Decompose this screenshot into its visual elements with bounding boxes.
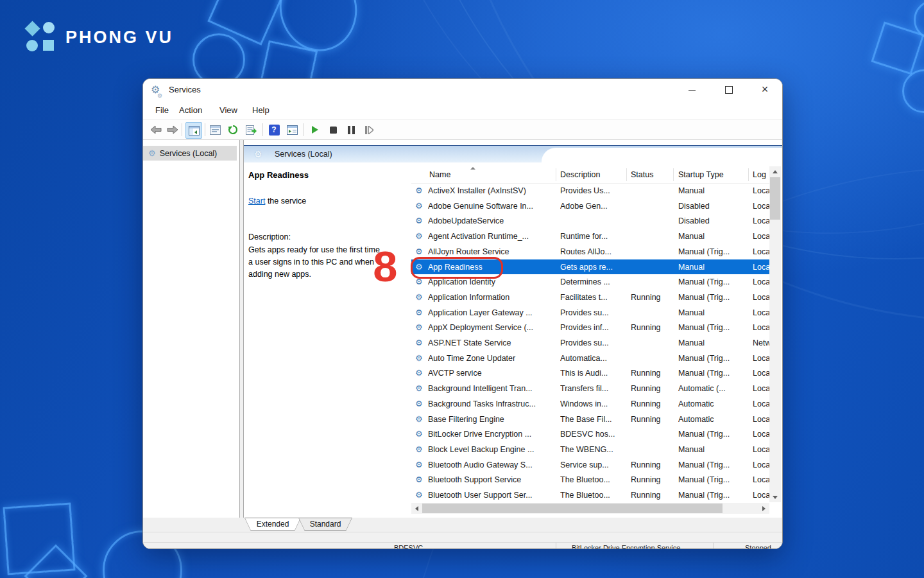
service-row[interactable]: ⚙AVCTP serviceThis is Audi...RunningManu… bbox=[411, 365, 769, 381]
export-list-button[interactable] bbox=[243, 122, 259, 137]
service-gear-icon: ⚙ bbox=[415, 475, 423, 484]
menu-help[interactable]: Help bbox=[250, 105, 272, 116]
cell-logon: Loca bbox=[753, 247, 769, 256]
cell-startup: Manual bbox=[678, 232, 746, 241]
service-row[interactable]: ⚙ASP.NET State ServiceProvides su...Manu… bbox=[411, 335, 769, 351]
cell-startup: Manual (Trig... bbox=[678, 277, 746, 286]
column-header-name[interactable]: Name bbox=[429, 170, 532, 179]
service-gear-icon: ⚙ bbox=[415, 338, 423, 347]
cell-description: The Bluetoo... bbox=[560, 491, 626, 500]
console-tree-icon bbox=[189, 126, 200, 136]
services-list: NameDescriptionStatusStartup TypeLog ⚙Ac… bbox=[411, 166, 769, 514]
tab-extended[interactable]: Extended bbox=[244, 518, 301, 531]
vertical-scroll-thumb[interactable] bbox=[770, 177, 780, 220]
help-button[interactable] bbox=[266, 122, 282, 137]
cell-logon: Loca bbox=[753, 232, 769, 241]
minimize-button[interactable] bbox=[677, 79, 706, 101]
cell-startup: Manual bbox=[678, 263, 746, 272]
properties-icon bbox=[210, 125, 221, 135]
menu-file[interactable]: File bbox=[153, 105, 171, 116]
cell-status: Running bbox=[631, 369, 672, 378]
service-row[interactable]: ⚙AppX Deployment Service (...Provides in… bbox=[411, 320, 769, 335]
cell-startup: Manual (Trig... bbox=[678, 430, 746, 439]
scroll-down-button[interactable] bbox=[769, 492, 781, 502]
menu-action[interactable]: Action bbox=[176, 105, 205, 116]
sort-ascending-icon bbox=[470, 167, 475, 170]
show-action-pane-button[interactable] bbox=[284, 122, 300, 137]
service-gear-icon: ⚙ bbox=[415, 216, 423, 225]
cell-startup: Manual (Trig... bbox=[678, 475, 746, 484]
tree-item-services-local[interactable]: ⚙ Services (Local) bbox=[143, 146, 237, 161]
forward-button[interactable] bbox=[165, 122, 180, 137]
cell-name: Bluetooth Support Service bbox=[428, 475, 554, 484]
cell-description: Windows in... bbox=[560, 399, 626, 408]
list-rows: ⚙ActiveX Installer (AxInstSV)Provides Us… bbox=[411, 183, 769, 503]
refresh-button[interactable] bbox=[225, 122, 241, 137]
cell-logon: Loca bbox=[753, 216, 769, 225]
start-service-link[interactable]: Start bbox=[248, 197, 265, 206]
service-row[interactable]: ⚙Background Tasks Infrastruc...Windows i… bbox=[411, 396, 769, 412]
service-gear-icon: ⚙ bbox=[415, 399, 423, 408]
cell-startup: Manual bbox=[678, 308, 746, 317]
cell-startup: Manual (Trig... bbox=[678, 247, 746, 256]
service-row[interactable]: ⚙Adobe Genuine Software In...Adobe Gen..… bbox=[411, 198, 769, 214]
scroll-left-button[interactable] bbox=[411, 503, 422, 514]
column-header-description[interactable]: Description bbox=[560, 170, 624, 179]
scroll-up-button[interactable] bbox=[769, 166, 781, 177]
column-header-log[interactable]: Log bbox=[753, 170, 769, 179]
service-row[interactable]: ⚙Application Layer Gateway ...Provides s… bbox=[411, 305, 769, 320]
service-row[interactable]: ⚙AdobeUpdateServiceDisabledLoca bbox=[411, 213, 769, 229]
cell-logon: Loca bbox=[753, 475, 769, 484]
start-service-button[interactable] bbox=[307, 122, 323, 137]
service-row[interactable]: ⚙Background Intelligent Tran...Transfers… bbox=[411, 381, 769, 396]
service-row[interactable]: ⚙Application InformationFacilitates t...… bbox=[411, 290, 769, 305]
annotation-step-number: 8 bbox=[373, 245, 397, 288]
maximize-button[interactable] bbox=[714, 79, 744, 101]
cell-status: Running bbox=[631, 399, 672, 408]
horizontal-scrollbar[interactable] bbox=[411, 503, 769, 514]
services-gear-icon: ⚙ bbox=[151, 83, 160, 96]
cell-description: Provides su... bbox=[560, 338, 626, 347]
service-row[interactable]: ⚙Bluetooth Audio Gateway S...Service sup… bbox=[411, 457, 769, 473]
cell-name: Auto Time Zone Updater bbox=[428, 354, 554, 363]
scroll-right-button[interactable] bbox=[758, 503, 769, 514]
resume-service-button[interactable] bbox=[361, 122, 377, 137]
service-row[interactable]: ⚙Block Level Backup Engine ...The WBENG.… bbox=[411, 442, 769, 457]
service-row[interactable]: ⚙Agent Activation Runtime_...Runtime for… bbox=[411, 229, 769, 244]
cell-logon: Loca bbox=[753, 293, 769, 302]
service-gear-icon: ⚙ bbox=[415, 490, 423, 500]
cell-logon: Loca bbox=[753, 277, 769, 286]
horizontal-scroll-thumb[interactable] bbox=[422, 504, 723, 513]
service-row[interactable]: ⚙Auto Time Zone UpdaterAutomatica...Manu… bbox=[411, 351, 769, 366]
service-gear-icon: ⚙ bbox=[415, 201, 423, 211]
back-button[interactable] bbox=[148, 122, 164, 137]
vertical-scrollbar[interactable] bbox=[769, 166, 781, 502]
menu-view[interactable]: View bbox=[217, 105, 240, 116]
forward-arrow-icon bbox=[167, 125, 178, 134]
tab-standard[interactable]: Standard bbox=[298, 518, 352, 531]
service-gear-icon: ⚙ bbox=[415, 368, 423, 378]
show-console-tree-button[interactable] bbox=[185, 122, 202, 139]
service-row[interactable]: ⚙Bluetooth Support ServiceThe Bluetoo...… bbox=[411, 472, 769, 487]
cell-description: Provides su... bbox=[560, 308, 626, 317]
cell-logon: Loca bbox=[753, 460, 769, 469]
stop-service-button[interactable] bbox=[325, 122, 341, 137]
cell-logon: Loca bbox=[753, 399, 769, 408]
pause-service-button[interactable] bbox=[343, 122, 359, 137]
cell-logon: Loca bbox=[753, 430, 769, 439]
service-row[interactable]: ⚙Bluetooth User Support Ser...The Blueto… bbox=[411, 487, 769, 503]
properties-button[interactable] bbox=[207, 122, 223, 137]
close-button[interactable] bbox=[750, 79, 780, 101]
menu-bar: FileActionViewHelp bbox=[143, 101, 782, 120]
service-row[interactable]: ⚙BitLocker Drive Encryption ...BDESVC ho… bbox=[411, 426, 769, 442]
cell-status: Running bbox=[631, 491, 672, 500]
service-row[interactable]: ⚙Base Filtering EngineThe Base Fil...Run… bbox=[411, 412, 769, 427]
cell-startup: Manual bbox=[678, 445, 746, 454]
cell-startup: Automatic bbox=[678, 415, 746, 424]
service-gear-icon: ⚙ bbox=[415, 429, 423, 439]
status-bar bbox=[143, 532, 782, 543]
cell-logon: Loca bbox=[753, 202, 769, 211]
column-header-status[interactable]: Status bbox=[631, 170, 672, 179]
service-row[interactable]: ⚙ActiveX Installer (AxInstSV)Provides Us… bbox=[411, 183, 769, 198]
column-header-startup-type[interactable]: Startup Type bbox=[678, 170, 746, 179]
